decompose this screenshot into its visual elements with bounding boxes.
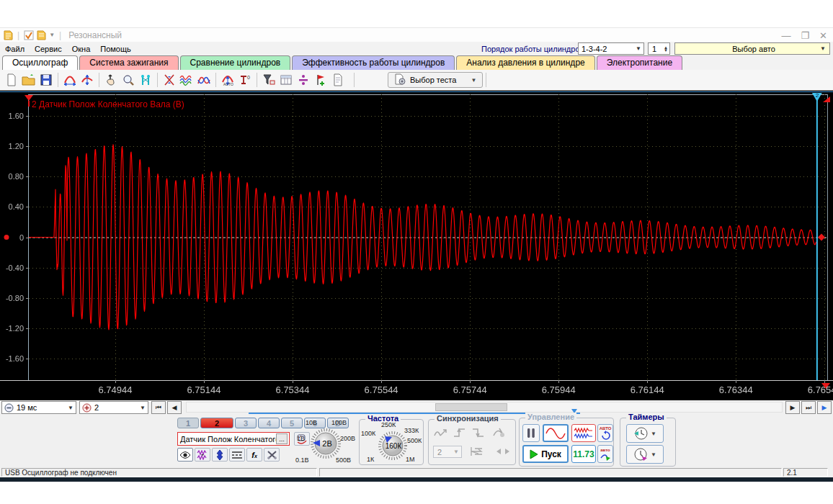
report-document-icon[interactable]	[329, 71, 347, 89]
horizontal-scrollbar[interactable]	[186, 402, 783, 413]
start-button[interactable]: Пуск	[522, 445, 569, 463]
window-title: Резонансный	[68, 30, 122, 40]
y-tick-label: 0.80	[0, 172, 24, 181]
open-file-icon[interactable]	[20, 71, 37, 89]
firing-order-combo[interactable]: 1-3-4-2 ▼	[578, 42, 644, 55]
status-bar: USB Осциллограф не подключен 2.1	[0, 468, 833, 477]
overlay-signals-icon[interactable]	[178, 71, 195, 89]
tools-button[interactable]	[264, 448, 280, 462]
auto-single-button[interactable]: авто	[597, 445, 613, 463]
voltage-range-knob[interactable]: 2В 0.1В 1В 10В 100В 200В 500В	[294, 419, 356, 465]
sine-mode-button[interactable]	[543, 424, 569, 442]
scrollbar-thumb[interactable]	[435, 403, 507, 411]
trigger-manual-icon[interactable]	[491, 426, 508, 441]
timer-start-button[interactable]: ▼	[626, 424, 664, 443]
auto-scale-icon[interactable]: AUTO	[219, 71, 236, 89]
save-file-icon[interactable]	[37, 30, 46, 40]
frequency-knob[interactable]: 160К 1К 100К 250К 333К 500К 1М	[361, 421, 423, 464]
chevron-down-icon: ▼	[140, 405, 146, 411]
close-button[interactable]: ✕	[819, 30, 827, 41]
new-document-icon[interactable]	[3, 71, 20, 89]
sync-channel-combo[interactable]: 2 ▼	[433, 446, 462, 458]
table-view-icon[interactable]	[277, 71, 295, 89]
minimize-button[interactable]: —	[781, 30, 790, 41]
tab-cylinder-comparison[interactable]: Сравнение цилиндров	[180, 55, 291, 70]
trigger-edge-rise-icon[interactable]	[452, 426, 469, 441]
tab-power-supply[interactable]: Электропитание	[597, 55, 682, 70]
waveform-canvas[interactable]	[0, 91, 833, 400]
sensor-select-combo[interactable]: Датчик Полож Коленчатого Ва ...	[177, 432, 290, 446]
flag-marker-icon[interactable]	[312, 71, 329, 89]
start-button-label: Пуск	[541, 449, 561, 459]
tab-cylinder-efficiency[interactable]: Эффективность работы цилиндров	[292, 55, 455, 70]
pause-button[interactable]	[522, 424, 540, 442]
measure-cursor-icon[interactable]	[137, 71, 154, 89]
line-style-button[interactable]	[229, 448, 245, 462]
tab-ignition-system[interactable]: Система зажигания	[79, 55, 178, 70]
play-button[interactable]: ▶	[817, 401, 832, 414]
collapse-signals-icon[interactable]	[161, 71, 178, 89]
channel-1-button[interactable]: 1	[177, 418, 199, 428]
spin-down-icon[interactable]: ▼	[664, 49, 668, 52]
timer-clock2-icon	[633, 448, 648, 461]
step-forward-button[interactable]: ▶	[785, 401, 800, 414]
zoom-magnifier-icon[interactable]	[120, 71, 137, 89]
test-select-button[interactable]: Выбор теста ▼	[388, 72, 483, 88]
zoom-in-icon[interactable]	[82, 403, 92, 413]
skip-to-start-button[interactable]: ⏮	[151, 401, 166, 414]
channel-2-button[interactable]: 2	[200, 418, 233, 428]
visibility-button[interactable]	[177, 448, 193, 462]
new-file-icon[interactable]	[4, 30, 13, 40]
raw-signal-button[interactable]	[571, 424, 596, 442]
auto-cycle-icon	[601, 431, 610, 440]
trigger-edge-fall-icon[interactable]	[471, 426, 488, 441]
menu-file[interactable]: Файл	[0, 43, 30, 55]
car-select-combo[interactable]: Выбор авто ▼	[674, 42, 830, 55]
y-tick-label: 0.40	[0, 202, 24, 211]
menu-windows[interactable]: Окна	[67, 43, 96, 55]
pan-hand-icon[interactable]	[102, 71, 120, 89]
timer-stop-button[interactable]: ▼	[626, 445, 664, 464]
fit-horizontal-icon[interactable]	[61, 71, 79, 89]
divide-scale-icon[interactable]	[295, 71, 312, 89]
trigger-wave-rise-icon[interactable]	[433, 426, 450, 441]
divider: |	[59, 30, 61, 40]
channel-4-button[interactable]: 4	[258, 418, 280, 428]
noise-filter-button[interactable]	[195, 448, 210, 462]
cylinder-spinner[interactable]: 1 ▲▼	[648, 42, 670, 55]
auto-sync-button[interactable]: АВТО	[597, 424, 613, 442]
step-back-button[interactable]: ◀	[167, 401, 182, 414]
channel-3-button[interactable]: 3	[235, 418, 257, 428]
x-tick-label: 6.76344	[705, 384, 766, 395]
taskbar-edge	[0, 477, 833, 482]
trigger-delay-icon[interactable]	[469, 444, 488, 460]
checked-file-icon[interactable]	[24, 30, 34, 40]
compare-signals-icon[interactable]	[195, 71, 213, 89]
menu-service[interactable]: Сервис	[30, 43, 67, 55]
fit-vertical-icon[interactable]	[79, 71, 96, 89]
firing-order-label: Порядок работы цилиндров	[481, 45, 584, 53]
tab-cylinder-pressure[interactable]: Анализ давления в цилиндре	[456, 55, 594, 70]
rate-value: 11.73	[573, 449, 594, 459]
zero-level-icon[interactable]: 0	[236, 71, 254, 89]
time-scale-combo[interactable]: 19 мс ▼	[1, 401, 76, 414]
maximize-button[interactable]: ❐	[801, 30, 809, 41]
y-tick-label: 1.20	[0, 142, 24, 150]
oscilloscope-chart[interactable]: 2 Датчик Полож Коленчатого Вала (В) 1.60…	[0, 91, 833, 400]
math-function-button[interactable]: fx	[246, 448, 262, 462]
invert-signal-button[interactable]	[212, 448, 228, 462]
skip-to-end-button[interactable]: ⏭	[801, 401, 816, 414]
zoom-factor-combo[interactable]: 2 ▼	[79, 401, 148, 414]
freq-label-100k: 100К	[361, 430, 375, 437]
filter-icon[interactable]	[260, 71, 277, 89]
freq-label-250k: 250К	[381, 421, 396, 428]
test-select-icon	[394, 73, 406, 86]
tab-oscilloscope[interactable]: Осциллограф	[2, 55, 78, 70]
trigger-position-icon[interactable]	[494, 444, 512, 460]
menu-help[interactable]: Помощь	[95, 43, 136, 55]
toolbar-separator	[257, 73, 257, 87]
zoom-out-icon[interactable]	[4, 403, 14, 413]
sensor-more-button[interactable]: ...	[276, 433, 288, 444]
qat-dropdown-icon[interactable]: ▼	[49, 32, 55, 38]
save-file-icon[interactable]	[37, 71, 55, 89]
